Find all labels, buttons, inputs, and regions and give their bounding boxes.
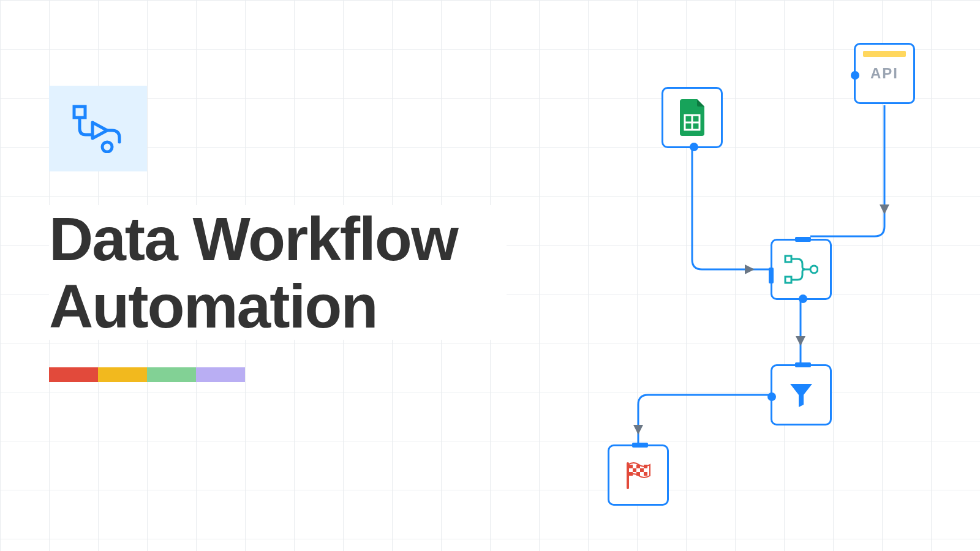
- svg-rect-14: [629, 472, 633, 476]
- svg-point-8: [810, 266, 818, 273]
- svg-rect-7: [785, 277, 791, 283]
- funnel-icon: [788, 381, 815, 408]
- color-swatch-purple: [196, 367, 245, 382]
- checkered-flag-icon: [623, 460, 654, 490]
- svg-rect-6: [785, 256, 791, 262]
- color-swatch-red: [49, 367, 98, 382]
- port-left[interactable]: [769, 268, 774, 283]
- node-sheets[interactable]: [662, 87, 723, 148]
- svg-rect-10: [636, 465, 640, 468]
- node-finish[interactable]: [608, 444, 669, 506]
- svg-rect-13: [640, 468, 644, 472]
- node-api-label: API: [870, 65, 899, 82]
- svg-rect-0: [74, 107, 85, 118]
- port-top[interactable]: [795, 237, 811, 242]
- svg-marker-1: [92, 122, 107, 138]
- svg-rect-12: [633, 468, 636, 472]
- color-swatch-yellow: [98, 367, 147, 382]
- port-top[interactable]: [632, 443, 648, 448]
- port-top[interactable]: [795, 362, 811, 367]
- svg-point-2: [102, 142, 112, 152]
- workflow-icon: [70, 104, 126, 153]
- api-header-bar-icon: [863, 51, 906, 57]
- hero-title-line1: Data Workflow: [49, 205, 482, 272]
- port-bottom[interactable]: [690, 143, 698, 151]
- node-filter[interactable]: [771, 364, 832, 425]
- svg-rect-16: [644, 472, 647, 476]
- hero-icon-box: [49, 86, 147, 171]
- hero-title: Data Workflow Automation: [49, 205, 507, 340]
- port-left[interactable]: [851, 71, 859, 80]
- color-swatch-green: [147, 367, 196, 382]
- color-accent-bar: [49, 367, 245, 382]
- svg-rect-9: [629, 465, 633, 468]
- port-left[interactable]: [767, 392, 776, 401]
- merge-icon: [784, 255, 818, 284]
- svg-rect-15: [636, 472, 640, 476]
- port-bottom[interactable]: [799, 294, 807, 303]
- hero-title-line2: Automation: [49, 272, 401, 340]
- hero-panel: Data Workflow Automation: [49, 86, 539, 382]
- node-merge[interactable]: [771, 239, 832, 300]
- google-sheets-icon: [677, 99, 707, 136]
- svg-rect-11: [644, 465, 647, 468]
- node-api[interactable]: API: [854, 43, 915, 104]
